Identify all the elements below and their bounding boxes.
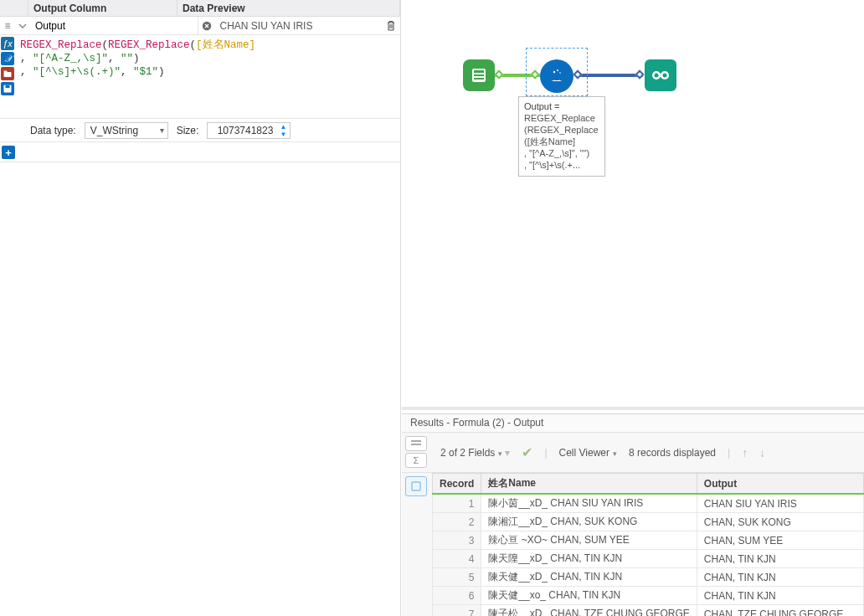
cell-output: CHAN SIU YAN IRIS <box>697 494 863 513</box>
var-x-icon[interactable]: 𝒳 <box>1 52 14 65</box>
drag-col <box>0 0 28 16</box>
results-side-tabs: Σ <box>402 433 432 472</box>
svg-rect-6 <box>474 70 484 73</box>
results-sigma-tab[interactable]: Σ <box>405 453 427 468</box>
output-row: ≡ CHAN SIU YAN IRIS <box>0 17 400 35</box>
output-column-header: Output Column <box>28 0 177 16</box>
anchor-out-icon[interactable] <box>573 69 582 79</box>
reorder-icon[interactable]: ≡ <box>0 17 15 34</box>
svg-rect-17 <box>659 74 662 77</box>
svg-rect-2 <box>4 70 8 72</box>
cell-record: 2 <box>433 513 481 531</box>
svg-rect-4 <box>6 85 10 89</box>
config-panel: Output Column Data Preview ≡ CHAN SIU YA… <box>0 0 401 616</box>
spin-down-icon[interactable]: ▼ <box>277 131 289 139</box>
cell-name: 陳天健__xo_ CHAN, TIN KJN <box>481 587 697 605</box>
svg-point-10 <box>553 71 555 73</box>
results-data-tab[interactable] <box>405 476 427 496</box>
cell-output: CHAN, TIN KJN <box>697 568 863 587</box>
fields-count[interactable]: 2 of 2 Fields▾▾ <box>440 447 510 459</box>
size-input[interactable]: 1073741823 ▲ ▼ <box>207 122 291 139</box>
size-spinner[interactable]: ▲ ▼ <box>277 124 289 139</box>
table-row[interactable]: 4陳天隍__xD_ CHAN, TIN KJNCHAN, TIN KJN <box>433 550 864 568</box>
output-column-input[interactable] <box>30 17 198 34</box>
cell-record: 1 <box>433 494 481 513</box>
anchor-out-icon[interactable] <box>494 69 503 79</box>
workflow-canvas[interactable]: Output = REGEX_Replace (REGEX_Replace ([… <box>402 0 864 410</box>
col-record[interactable]: Record <box>433 474 481 495</box>
table-row[interactable]: 7陳子松__xD_ CHAN, TZE CHUNG GEORGECHAN, TZ… <box>433 605 864 617</box>
svg-rect-18 <box>411 440 421 442</box>
svg-point-16 <box>663 74 667 78</box>
check-icon[interactable]: ✔ <box>522 444 532 460</box>
cell-name: 陳天隍__xD_ CHAN, TIN KJN <box>481 550 697 568</box>
anchor-in-icon[interactable] <box>530 69 539 79</box>
table-row[interactable]: 2陳湘江__xD_ CHAN, SUK KONGCHAN, SUK KONG <box>433 513 864 531</box>
svg-rect-1 <box>4 72 12 77</box>
svg-point-11 <box>557 69 558 71</box>
svg-point-9 <box>553 77 560 80</box>
wire <box>576 74 643 77</box>
cell-name: 陳天健__xD_ CHAN, TIN KJN <box>481 568 697 587</box>
svg-rect-20 <box>412 482 420 490</box>
expression-tool-strip: ƒx 𝒳 <box>0 35 15 118</box>
datatype-label: Data type: <box>30 125 76 136</box>
anchor-in-icon[interactable] <box>635 69 644 79</box>
col-output[interactable]: Output <box>697 474 863 495</box>
clear-output-icon[interactable] <box>198 17 215 34</box>
results-table: Record 姓名Name Output 1陳小茵__xD_ CHAN SIU … <box>432 473 864 616</box>
cell-record: 3 <box>433 531 481 550</box>
cell-output: CHAN, TIN KJN <box>697 587 863 605</box>
table-row[interactable]: 1陳小茵__xD_ CHAN SIU YAN IRISCHAN SIU YAN … <box>433 494 864 513</box>
cell-record: 4 <box>433 550 481 568</box>
cell-output: CHAN, TZE CHUNG GEORGE <box>697 605 863 617</box>
records-displayed: 8 records displayed <box>629 447 716 459</box>
add-expression-button[interactable]: + <box>2 146 15 159</box>
col-name[interactable]: 姓名Name <box>481 474 697 495</box>
cell-output: CHAN, TIN KJN <box>697 550 863 568</box>
preview-value: CHAN SIU YAN IRIS <box>215 17 383 34</box>
save-icon[interactable] <box>1 82 14 95</box>
datatype-select[interactable]: V_WString ▾ <box>85 122 168 139</box>
cell-name: 辣心亘 ~XO~ CHAN, SUM YEE <box>481 531 697 550</box>
datatype-row: Data type: V_WString ▾ Size: 1073741823 … <box>0 119 400 142</box>
fx-icon[interactable]: ƒx <box>1 37 14 50</box>
svg-rect-19 <box>411 444 421 445</box>
chevron-down-icon: ▾ <box>160 126 164 135</box>
collapse-icon[interactable] <box>15 17 30 34</box>
svg-rect-7 <box>474 74 484 76</box>
size-label: Size: <box>177 125 199 136</box>
svg-rect-8 <box>474 78 484 80</box>
cell-output: CHAN, SUM YEE <box>697 531 863 550</box>
svg-point-14 <box>655 74 659 78</box>
delete-expression-icon[interactable] <box>382 17 400 34</box>
table-row[interactable]: 5陳天健__xD_ CHAN, TIN KJNCHAN, TIN KJN <box>433 568 864 587</box>
input-data-tool[interactable] <box>463 59 495 91</box>
data-preview-header: Data Preview <box>177 0 400 16</box>
cell-record: 6 <box>433 587 481 605</box>
table-row[interactable]: 6陳天健__xo_ CHAN, TIN KJNCHAN, TIN KJN <box>433 587 864 605</box>
arrow-down-icon[interactable]: ↓ <box>759 446 765 459</box>
results-toolbar: 2 of 2 Fields▾▾ ✔ | Cell Viewer▾ 8 recor… <box>432 433 864 472</box>
results-title: Results - Formula (2) - Output <box>402 414 864 433</box>
formula-tool[interactable] <box>540 59 573 93</box>
results-meta-tab[interactable] <box>405 436 427 451</box>
svg-point-12 <box>559 72 561 74</box>
expression-editor-row: ƒx 𝒳 REGEX_Replace(REGEX_Replace([姓名Name… <box>0 35 400 119</box>
cell-output: CHAN, SUK KONG <box>697 513 863 531</box>
browse-tool[interactable] <box>645 59 676 91</box>
tool-annotation[interactable]: Output = REGEX_Replace (REGEX_Replace ([… <box>518 96 605 177</box>
expression-editor[interactable]: REGEX_Replace(REGEX_Replace([姓名Name] , "… <box>15 35 400 118</box>
cell-name: 陳湘江__xD_ CHAN, SUK KONG <box>481 513 697 531</box>
cell-name: 陳子松__xD_ CHAN, TZE CHUNG GEORGE <box>481 605 697 617</box>
config-header: Output Column Data Preview <box>0 0 400 17</box>
folder-icon[interactable] <box>1 67 14 80</box>
cell-record: 5 <box>433 568 481 587</box>
results-panel: Results - Formula (2) - Output Σ 2 of 2 … <box>402 413 864 616</box>
table-row[interactable]: 3辣心亘 ~XO~ CHAN, SUM YEECHAN, SUM YEE <box>433 531 864 550</box>
cell-record: 7 <box>433 605 481 617</box>
arrow-up-icon[interactable]: ↑ <box>742 446 748 459</box>
cell-viewer[interactable]: Cell Viewer▾ <box>559 447 617 459</box>
cell-name: 陳小茵__xD_ CHAN SIU YAN IRIS <box>481 494 697 513</box>
add-expression-row: + <box>0 142 400 162</box>
